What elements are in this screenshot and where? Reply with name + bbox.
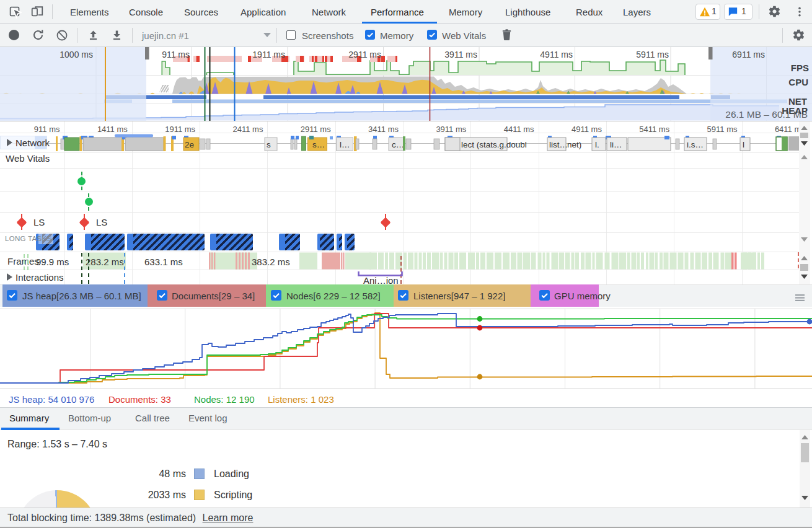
svg-text:list…: list… [549, 140, 568, 149]
svg-text:lect (stats.g.doubl: lect (stats.g.doubl [461, 140, 527, 149]
svg-text:l.: l. [595, 140, 599, 149]
svg-text:1000 ms: 1000 ms [60, 50, 93, 59]
svg-text:s…: s… [312, 140, 325, 149]
svg-text:i.s…: i.s… [687, 140, 704, 149]
svg-text:net): net) [567, 140, 581, 149]
svg-text:4911 ms: 4911 ms [540, 50, 573, 59]
svg-text:2e: 2e [185, 140, 194, 149]
svg-text:c…: c… [392, 140, 404, 149]
svg-text:s: s [267, 140, 271, 149]
svg-text:li…: li… [610, 140, 622, 149]
svg-text:5911 ms: 5911 ms [636, 50, 669, 59]
svg-text:6911 ms: 6911 ms [732, 50, 765, 59]
svg-text:l…: l… [340, 140, 350, 149]
svg-text:2911 ms: 2911 ms [348, 50, 381, 59]
svg-text:3911 ms: 3911 ms [444, 50, 477, 59]
svg-text:1911 ms: 1911 ms [252, 50, 285, 59]
svg-text:l: l [743, 140, 744, 149]
svg-text:911 ms: 911 ms [162, 50, 190, 59]
